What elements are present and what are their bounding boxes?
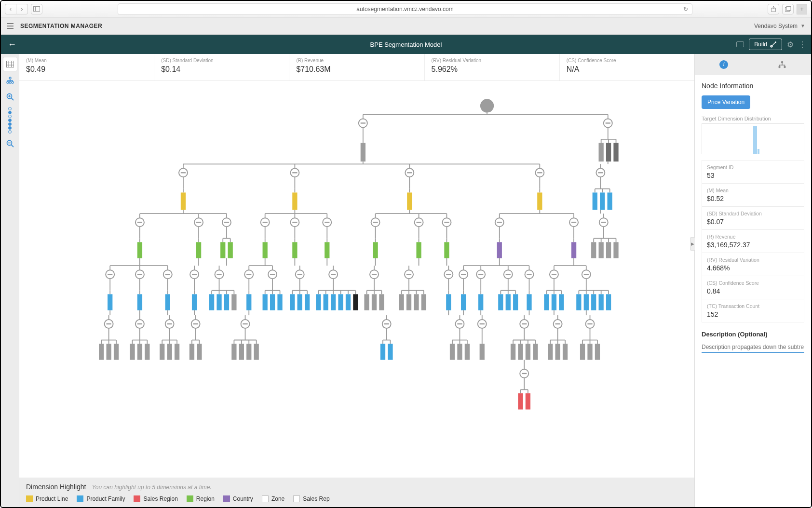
legend-item[interactable]: Product Line <box>26 495 68 502</box>
tree-node[interactable] <box>450 344 455 360</box>
tree-node[interactable] <box>220 242 225 258</box>
tree-node[interactable] <box>290 294 295 310</box>
legend-item[interactable]: Zone <box>262 495 284 502</box>
tree-node[interactable] <box>595 344 600 360</box>
tree-node[interactable] <box>263 294 268 310</box>
tree-node[interactable] <box>270 294 275 310</box>
tree-node[interactable] <box>563 344 568 360</box>
tree-node[interactable] <box>478 294 483 310</box>
reload-icon[interactable]: ↻ <box>683 6 688 13</box>
info-tab[interactable]: i <box>695 54 753 75</box>
back-button[interactable]: ← <box>8 40 16 50</box>
build-button[interactable]: Build <box>749 39 782 50</box>
tree-node[interactable] <box>209 294 214 310</box>
tree-canvas[interactable] <box>19 81 694 478</box>
new-tab-button[interactable]: + <box>797 4 807 14</box>
tree-node[interactable] <box>457 344 462 360</box>
tree-node[interactable] <box>599 294 604 310</box>
share-icon[interactable] <box>768 4 779 14</box>
tree-node[interactable] <box>513 294 518 310</box>
tree-node[interactable] <box>537 192 542 210</box>
browser-address-bar[interactable]: autosegmentation.vmcz.vendavo.com ↻ <box>118 3 692 15</box>
tree-node[interactable] <box>559 294 564 310</box>
tree-node[interactable] <box>527 294 531 310</box>
rail-level-indicator[interactable] <box>8 107 12 134</box>
tree-node[interactable] <box>160 344 164 360</box>
user-menu[interactable]: Vendavo System ▼ <box>754 23 805 29</box>
tree-node[interactable] <box>613 143 618 162</box>
tree-node[interactable] <box>599 242 604 258</box>
tabs-icon[interactable] <box>782 4 794 14</box>
tree-node[interactable] <box>544 294 549 310</box>
tree-node[interactable] <box>108 294 112 310</box>
tree-node[interactable] <box>599 143 604 162</box>
tree-node[interactable] <box>196 242 201 258</box>
tree-node[interactable] <box>511 344 515 360</box>
tree-node[interactable] <box>277 294 282 310</box>
tree-node[interactable] <box>526 393 530 409</box>
tree-node[interactable] <box>364 294 369 310</box>
tree-node[interactable] <box>175 344 179 360</box>
tree-node[interactable] <box>576 294 581 310</box>
tree-node[interactable] <box>555 344 560 360</box>
tree-node[interactable] <box>591 242 596 258</box>
tree-node[interactable] <box>331 294 336 310</box>
tree-node[interactable] <box>465 344 470 360</box>
tree-node[interactable] <box>346 294 351 310</box>
tree-node[interactable] <box>130 344 135 360</box>
legend-item[interactable]: Product Family <box>77 495 125 502</box>
tree-node[interactable] <box>372 294 377 310</box>
panel-collapse-button[interactable]: ▶ <box>690 237 695 251</box>
tree-node[interactable] <box>373 242 378 258</box>
gear-icon[interactable]: ⚙ <box>787 40 794 49</box>
tree-node[interactable] <box>197 344 202 360</box>
tree-node[interactable] <box>613 242 618 258</box>
tree-node[interactable] <box>552 294 556 310</box>
tree-node[interactable] <box>263 242 268 258</box>
tree-node[interactable] <box>506 294 511 310</box>
tree-node[interactable] <box>584 294 589 310</box>
tree-node[interactable] <box>498 294 503 310</box>
tree-node[interactable] <box>254 344 259 360</box>
tree-node[interactable] <box>316 294 321 310</box>
tree-node[interactable] <box>446 294 451 310</box>
tree-node[interactable] <box>518 344 523 360</box>
tree-node[interactable] <box>414 294 419 310</box>
structure-tab[interactable] <box>753 54 812 75</box>
tree-node[interactable] <box>231 294 236 310</box>
legend-item[interactable]: Sales Region <box>134 495 177 502</box>
tree-node[interactable] <box>388 344 392 360</box>
rail-zoom-out-button[interactable] <box>3 136 17 151</box>
tree-node[interactable] <box>114 344 119 360</box>
tree-node[interactable] <box>600 192 605 210</box>
tree-node[interactable] <box>421 294 426 310</box>
tree-node[interactable] <box>606 143 611 162</box>
tree-node[interactable] <box>181 192 186 210</box>
tree-node[interactable] <box>338 294 343 310</box>
tree-node[interactable] <box>353 294 358 310</box>
tree-node[interactable] <box>239 344 244 360</box>
tree-node[interactable] <box>224 294 229 310</box>
legend-item[interactable]: Sales Rep <box>293 495 329 502</box>
tree-node[interactable] <box>292 242 297 258</box>
tree-node[interactable] <box>106 344 111 360</box>
menu-icon[interactable] <box>7 23 14 29</box>
tree-node[interactable] <box>231 344 236 360</box>
tree-node[interactable] <box>165 294 170 310</box>
price-variation-button[interactable]: Price Variation <box>702 95 750 109</box>
tree-node[interactable] <box>444 242 449 258</box>
tree-node[interactable] <box>416 242 421 258</box>
tree-node[interactable] <box>361 143 365 162</box>
tree-node[interactable] <box>305 294 310 310</box>
legend-item[interactable]: Region <box>187 495 215 502</box>
tree-node[interactable] <box>298 294 302 310</box>
tree-node[interactable] <box>137 294 142 310</box>
tree-node[interactable] <box>548 344 553 360</box>
description-input[interactable] <box>702 342 804 353</box>
tree-node[interactable] <box>228 242 233 258</box>
rail-tree-button[interactable] <box>3 73 17 88</box>
tree-node[interactable] <box>497 242 502 258</box>
rail-zoom-in-button[interactable] <box>3 90 17 104</box>
tree-node[interactable] <box>399 294 404 310</box>
browser-forward-button[interactable]: › <box>16 4 28 14</box>
